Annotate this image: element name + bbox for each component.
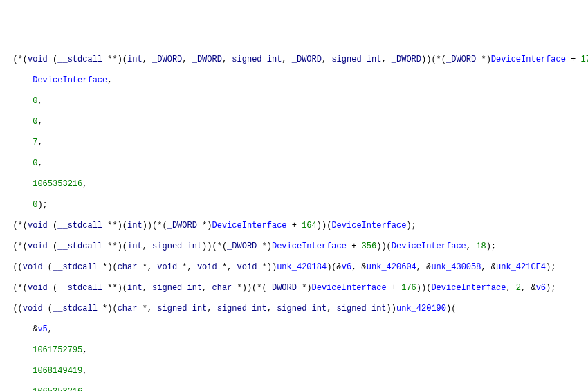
code-line: DeviceInterface, xyxy=(3,75,585,86)
code-line: 0, xyxy=(3,117,585,127)
code-line: 0, xyxy=(3,158,585,169)
code-line: (*(void (__stdcall **)(int, signed int))… xyxy=(3,242,585,252)
code-line: 1068149419, xyxy=(3,366,585,376)
code-line: 1065353216, xyxy=(3,387,585,391)
code-line: &v5, xyxy=(3,325,585,335)
code-line: ((void (__stdcall *)(char *, void *, voi… xyxy=(3,262,585,273)
code-line: 0); xyxy=(3,200,585,210)
code-line: (*(void (__stdcall **)(int))(*(_DWORD *)… xyxy=(3,221,585,231)
code-line: 1061752795, xyxy=(3,345,585,356)
code-line: (*(void (__stdcall **)(int, _DWORD, _DWO… xyxy=(3,55,585,65)
code-line: 0, xyxy=(3,96,585,107)
code-line: 1065353216, xyxy=(3,179,585,190)
code-line: ((void (__stdcall *)(char *, signed int,… xyxy=(3,304,585,314)
code-listing: (*(void (__stdcall **)(int, _DWORD, _DWO… xyxy=(3,55,585,391)
code-line: 7, xyxy=(3,138,585,148)
code-line: (*(void (__stdcall **)(int, signed int, … xyxy=(3,283,585,293)
